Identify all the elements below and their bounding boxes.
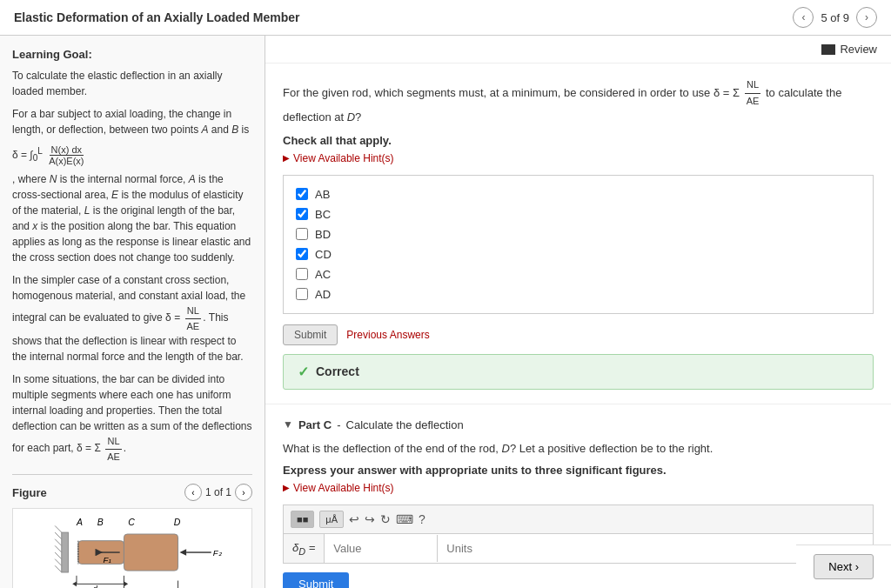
toolbar-keyboard-icon[interactable]: ⌨ [396, 512, 413, 526]
checkbox-ac-input[interactable] [296, 268, 308, 280]
submit-main-button[interactable]: Submit [283, 572, 349, 588]
formula-nl-ae: NL AE [184, 304, 201, 333]
figure-nav: ‹ 1 of 1 › [184, 484, 252, 501]
figure-title: Figure [12, 486, 47, 499]
figure-next-button[interactable]: › [235, 484, 252, 501]
review-icon [821, 44, 835, 55]
question-formula: NL AE [745, 77, 761, 109]
correct-text: Correct [316, 364, 359, 378]
question-text: For the given rod, which segments must, … [283, 77, 874, 127]
figure-prev-button[interactable]: ‹ [184, 484, 202, 501]
checkbox-bd: BD [296, 224, 861, 244]
page-indicator: 5 of 9 [821, 11, 849, 24]
checkbox-ad-input[interactable] [296, 288, 308, 300]
checkbox-ab-input[interactable] [296, 188, 308, 200]
part-c-question: What is the deflection of the end of the… [283, 440, 874, 458]
svg-line-9 [55, 539, 62, 546]
bottom-bar: Next › [796, 545, 891, 588]
figure-page: 1 of 1 [205, 486, 231, 498]
part-c-dash: - [337, 418, 340, 431]
submit-row: Submit Previous Answers [283, 324, 874, 345]
sidebar-para1: To calculate the elastic deflection in a… [12, 68, 252, 99]
svg-text:B: B [97, 517, 104, 527]
part-c-label: Part C [298, 418, 332, 431]
next-page-button[interactable]: › [856, 7, 877, 28]
checkbox-bd-input[interactable] [296, 228, 308, 240]
value-input[interactable] [325, 535, 438, 562]
checkbox-ac-label: AC [315, 268, 331, 281]
main-content: Review For the given rod, which segments… [265, 36, 891, 588]
svg-text:D: D [174, 517, 181, 527]
delta-label: δD = [284, 534, 325, 564]
sidebar-para2: For a bar subject to axial loading, the … [12, 106, 252, 137]
correct-check-icon: ✓ [298, 364, 309, 380]
review-label: Review [840, 43, 877, 56]
view-hints2-label: View Available Hint(s) [293, 482, 394, 494]
svg-rect-5 [124, 534, 178, 571]
checkbox-cd-input[interactable] [296, 248, 308, 260]
previous-answers-link[interactable]: Previous Answers [346, 329, 429, 341]
toolbar-help-icon[interactable]: ? [419, 512, 425, 526]
part-c-header: ▼ Part C - Calculate the deflection [283, 418, 874, 431]
checkbox-ac: AC [296, 264, 861, 284]
checkbox-bc: BC [296, 204, 861, 224]
checkbox-bd-label: BD [315, 228, 331, 241]
question-section: For the given rod, which segments must, … [265, 63, 891, 404]
checkbox-bc-label: BC [315, 208, 331, 221]
part-c-toggle[interactable]: ▼ [283, 418, 293, 431]
prev-page-button[interactable]: ‹ [793, 7, 814, 28]
toolbar-refresh-icon[interactable]: ↻ [380, 512, 391, 526]
figure-svg: A B C D [20, 516, 245, 588]
answer-toolbar: ■■ μÅ ↩ ↪ ↻ ⌨ ? [283, 504, 874, 533]
page-title: Elastic Deformation of an Axially Loaded… [14, 10, 300, 24]
part-c-title: Calculate the deflection [346, 418, 464, 431]
toolbar-undo-icon[interactable]: ↩ [349, 512, 359, 526]
svg-text:F₁: F₁ [104, 555, 112, 565]
review-button[interactable]: Review [821, 43, 877, 56]
svg-rect-6 [62, 532, 69, 572]
part-c-instruction: Express your answer with appropriate uni… [283, 464, 874, 477]
checkbox-cd: CD [296, 244, 861, 264]
view-hints-label: View Available Hint(s) [293, 152, 394, 164]
svg-text:C: C [128, 517, 135, 527]
sidebar-para3: , where N is the internal normal force, … [12, 171, 252, 265]
units-input[interactable] [438, 535, 525, 562]
view-hints2-button[interactable]: View Available Hint(s) [283, 482, 874, 494]
svg-text:A: A [76, 517, 83, 527]
sidebar: Learning Goal: To calculate the elastic … [0, 36, 265, 588]
submit-secondary-button[interactable]: Submit [283, 324, 338, 345]
formula-sum-nl-ae: NL AE [105, 434, 122, 464]
figure-section: Figure ‹ 1 of 1 › A B C D [12, 474, 252, 588]
svg-line-12 [55, 559, 62, 566]
learning-goal-title: Learning Goal: [12, 48, 252, 61]
svg-line-13 [55, 565, 62, 572]
review-bar: Review [265, 36, 891, 63]
toolbar-redo-icon[interactable]: ↪ [365, 512, 375, 526]
svg-marker-17 [179, 549, 186, 556]
svg-text:F₂: F₂ [213, 548, 223, 558]
toolbar-mu-button[interactable]: μÅ [319, 511, 344, 528]
answer-input-row: δD = [283, 533, 874, 565]
sidebar-para4: In the simpler case of a constant cross … [12, 272, 252, 364]
checkbox-cd-label: CD [315, 248, 332, 261]
formula-fraction: N(x) dx A(x)E(x) [47, 144, 85, 166]
checkbox-bc-input[interactable] [296, 208, 308, 220]
view-hints-button[interactable]: View Available Hint(s) [283, 152, 874, 164]
formula1: δ = ∫0L N(x) dx A(x)E(x) [12, 144, 252, 166]
top-bar: Elastic Deformation of an Axially Loaded… [0, 0, 891, 36]
sidebar-para5: In some situations, the bar can be divid… [12, 371, 252, 464]
svg-line-7 [55, 525, 62, 532]
svg-marker-23 [124, 581, 128, 586]
checkbox-ad-label: AD [315, 288, 331, 301]
next-button[interactable]: Next › [814, 554, 874, 579]
checkbox-ad: AD [296, 284, 861, 304]
checkbox-ab-label: AB [315, 188, 330, 201]
svg-marker-22 [72, 581, 77, 586]
svg-line-11 [55, 552, 62, 559]
svg-text:d₁: d₁ [93, 585, 101, 588]
toolbar-matrix-button[interactable]: ■■ [291, 511, 314, 528]
page-navigation: ‹ 5 of 9 › [793, 7, 877, 28]
figure-diagram: A B C D [12, 508, 252, 588]
correct-banner: ✓ Correct [283, 354, 874, 390]
checkbox-ab: AB [296, 184, 861, 204]
